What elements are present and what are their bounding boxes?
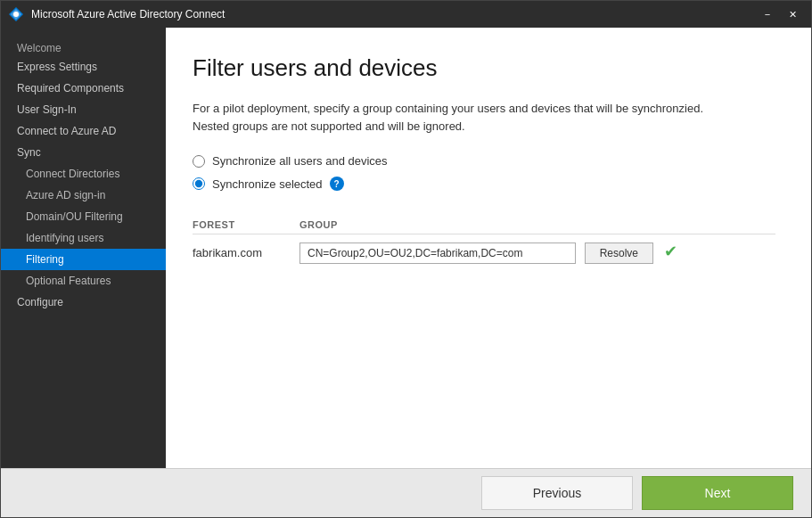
forest-name-cell: fabrikam.com <box>193 234 299 272</box>
filter-table: FOREST GROUP fabrikam.com Resolve ✔ <box>193 216 775 271</box>
window-title: Microsoft Azure Active Directory Connect <box>31 8 756 21</box>
sync-selected-radio[interactable] <box>193 177 205 190</box>
content-panel: Filter users and devices For a pilot dep… <box>166 28 811 468</box>
forest-column-header: FOREST <box>193 216 299 234</box>
sidebar-item-user-sign-in[interactable]: User Sign-In <box>1 99 166 120</box>
sidebar-welcome: Welcome <box>1 37 166 56</box>
sync-all-radio[interactable] <box>193 155 205 168</box>
title-bar: Microsoft Azure Active Directory Connect… <box>1 1 811 28</box>
sync-selected-option[interactable]: Synchronize selected ? <box>193 177 775 191</box>
svg-point-2 <box>13 12 19 17</box>
minimize-button[interactable]: − <box>756 5 779 23</box>
sync-selected-label: Synchronize selected <box>212 177 323 191</box>
sidebar-item-azure-ad-sign-in[interactable]: Azure AD sign-in <box>1 185 166 206</box>
radio-group: Synchronize all users and devices Synchr… <box>193 154 775 191</box>
sidebar-item-required-components[interactable]: Required Components <box>1 78 166 99</box>
sidebar-item-domain-ou-filtering[interactable]: Domain/OU Filtering <box>1 206 166 227</box>
help-icon[interactable]: ? <box>330 177 344 191</box>
previous-button[interactable]: Previous <box>481 476 633 510</box>
group-input[interactable] <box>299 243 576 264</box>
sync-all-option[interactable]: Synchronize all users and devices <box>193 154 775 168</box>
main-window: Microsoft Azure Active Directory Connect… <box>0 0 812 518</box>
window-controls: − ✕ <box>756 5 804 23</box>
close-button[interactable]: ✕ <box>781 5 804 23</box>
sidebar-item-filtering[interactable]: Filtering <box>1 249 166 270</box>
table-row: fabrikam.com Resolve ✔ <box>193 234 775 272</box>
sidebar-item-optional-features[interactable]: Optional Features <box>1 270 166 292</box>
sidebar-item-express-settings[interactable]: Express Settings <box>1 56 166 78</box>
sidebar-item-sync[interactable]: Sync <box>1 142 166 163</box>
app-icon <box>8 6 24 22</box>
main-content: Welcome Express Settings Required Compon… <box>1 28 811 468</box>
group-column-header: GROUP <box>299 216 775 234</box>
sidebar-item-connect-directories[interactable]: Connect Directories <box>1 163 166 185</box>
next-button[interactable]: Next <box>642 476 793 510</box>
bottom-bar: Previous Next <box>1 468 811 517</box>
description-text: For a pilot deployment, specify a group … <box>193 100 727 135</box>
resolve-button[interactable]: Resolve <box>585 243 653 264</box>
sidebar-item-connect-azure-ad[interactable]: Connect to Azure AD <box>1 120 166 142</box>
sidebar-item-identifying-users[interactable]: Identifying users <box>1 227 166 249</box>
check-icon: ✔ <box>664 243 677 260</box>
sidebar: Welcome Express Settings Required Compon… <box>1 28 166 468</box>
group-cell: Resolve ✔ <box>299 234 775 272</box>
sync-all-label: Synchronize all users and devices <box>212 154 388 168</box>
page-title: Filter users and devices <box>193 54 775 82</box>
sidebar-item-configure[interactable]: Configure <box>1 292 166 313</box>
